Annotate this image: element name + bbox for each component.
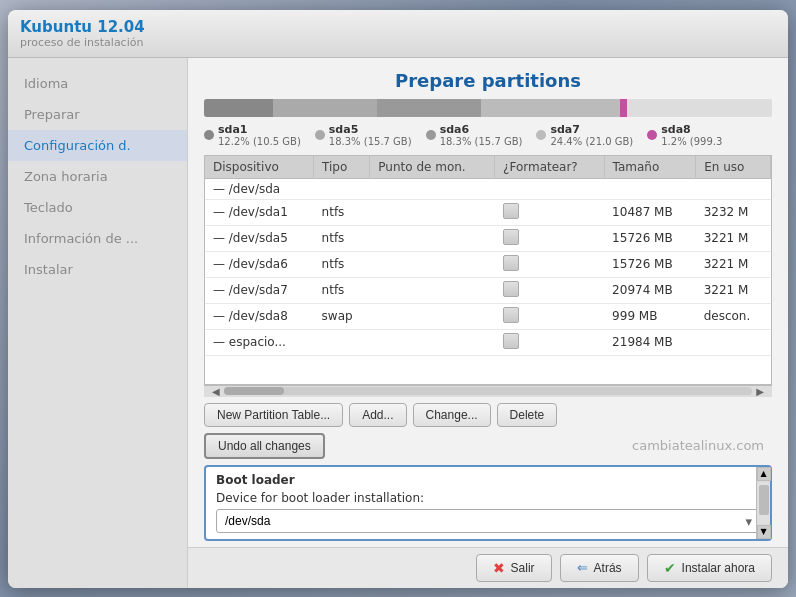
col-tipo: Tipo bbox=[314, 156, 370, 179]
atras-button[interactable]: ⇐ Atrás bbox=[560, 554, 639, 582]
cell-type bbox=[314, 329, 370, 355]
bootloader-device-select[interactable]: /dev/sda bbox=[216, 509, 760, 533]
dot-sda5 bbox=[315, 130, 325, 140]
scroll-track-v[interactable] bbox=[758, 483, 770, 523]
table-row[interactable]: — /dev/sda7ntfs20974 MB3221 M bbox=[205, 277, 771, 303]
cell-size bbox=[604, 178, 696, 199]
partition-table-container[interactable]: Dispositivo Tipo Punto de mon. ¿Formatea… bbox=[204, 155, 772, 385]
watermark-text: cambiatealinux.com bbox=[331, 438, 772, 453]
sidebar-item-teclado[interactable]: Teclado bbox=[8, 192, 187, 223]
cell-used: 3221 M bbox=[696, 225, 771, 251]
label-sda8: sda8 1.2% (999.3 bbox=[647, 123, 722, 147]
main-content: Prepare partitions sda1 bbox=[188, 58, 788, 588]
format-checkbox[interactable] bbox=[503, 203, 519, 219]
sidebar-item-zona[interactable]: Zona horaria bbox=[8, 161, 187, 192]
partition-bar bbox=[204, 99, 772, 117]
cell-used: descon. bbox=[696, 303, 771, 329]
sidebar-item-preparar[interactable]: Preparar bbox=[8, 99, 187, 130]
table-row[interactable]: — /dev/sda8swap999 MBdescon. bbox=[205, 303, 771, 329]
atras-icon: ⇐ bbox=[577, 560, 588, 575]
undo-all-button[interactable]: Undo all changes bbox=[204, 433, 325, 459]
cell-used bbox=[696, 178, 771, 199]
cell-size: 15726 MB bbox=[604, 225, 696, 251]
format-checkbox[interactable] bbox=[503, 333, 519, 349]
cell-device: — /dev/sda8 bbox=[205, 303, 314, 329]
cell-mount bbox=[370, 251, 495, 277]
cell-mount bbox=[370, 277, 495, 303]
col-enuso: En uso bbox=[696, 156, 771, 179]
sidebar-item-configuracion[interactable]: Configuración d. bbox=[8, 130, 187, 161]
dot-sda7 bbox=[536, 130, 546, 140]
col-punto: Punto de mon. bbox=[370, 156, 495, 179]
delete-button[interactable]: Delete bbox=[497, 403, 558, 427]
sda8-size: 1.2% (999.3 bbox=[661, 136, 722, 147]
partition-labels: sda1 12.2% (10.5 GB) sda5 18.3% (15.7 GB… bbox=[204, 123, 772, 147]
table-header-row: Dispositivo Tipo Punto de mon. ¿Formatea… bbox=[205, 156, 771, 179]
label-sda6: sda6 18.3% (15.7 GB) bbox=[426, 123, 523, 147]
cell-format bbox=[495, 199, 605, 225]
scroll-thumb-v[interactable] bbox=[759, 485, 769, 515]
format-checkbox[interactable] bbox=[503, 307, 519, 323]
sda5-name: sda5 bbox=[329, 123, 412, 136]
table-row[interactable]: — /dev/sda1ntfs10487 MB3232 M bbox=[205, 199, 771, 225]
sda7-name: sda7 bbox=[550, 123, 633, 136]
sidebar-item-instalar[interactable]: Instalar bbox=[8, 254, 187, 285]
salir-label: Salir bbox=[511, 561, 535, 575]
cell-device: — /dev/sda6 bbox=[205, 251, 314, 277]
sidebar-item-idioma[interactable]: Idioma bbox=[8, 68, 187, 99]
instalar-label: Instalar ahora bbox=[682, 561, 755, 575]
scroll-left-icon[interactable]: ◀ bbox=[208, 386, 224, 397]
label-sda5: sda5 18.3% (15.7 GB) bbox=[315, 123, 412, 147]
app-title: Kubuntu 12.04 bbox=[20, 18, 776, 36]
format-checkbox[interactable] bbox=[503, 229, 519, 245]
partition-segment-free bbox=[627, 99, 772, 117]
action-buttons-row1: New Partition Table... Add... Change... … bbox=[188, 397, 788, 433]
instalar-button[interactable]: ✔ Instalar ahora bbox=[647, 554, 772, 582]
partition-segment-sda1 bbox=[204, 99, 273, 117]
sidebar: Idioma Preparar Configuración d. Zona ho… bbox=[8, 58, 188, 588]
cell-format bbox=[495, 225, 605, 251]
bootloader-scrollbar[interactable]: ▲ ▼ bbox=[756, 467, 770, 539]
salir-button[interactable]: ✖ Salir bbox=[476, 554, 552, 582]
cell-used: 3221 M bbox=[696, 251, 771, 277]
cell-format bbox=[495, 303, 605, 329]
footer-buttons: ✖ Salir ⇐ Atrás ✔ Instalar ahora bbox=[188, 547, 788, 588]
table-row[interactable]: — /dev/sda5ntfs15726 MB3221 M bbox=[205, 225, 771, 251]
scroll-up-btn[interactable]: ▲ bbox=[757, 467, 771, 481]
horizontal-scrollbar[interactable]: ◀ ▶ bbox=[204, 385, 772, 397]
sidebar-item-info[interactable]: Información de ... bbox=[8, 223, 187, 254]
page-header: Prepare partitions bbox=[188, 58, 788, 99]
cell-format bbox=[495, 178, 605, 199]
bootloader-section: Boot loader Device for boot loader insta… bbox=[204, 465, 772, 541]
cell-mount bbox=[370, 199, 495, 225]
cell-size: 21984 MB bbox=[604, 329, 696, 355]
atras-label: Atrás bbox=[594, 561, 622, 575]
content-area: Idioma Preparar Configuración d. Zona ho… bbox=[8, 58, 788, 588]
cell-type bbox=[314, 178, 370, 199]
partition-bar-section: sda1 12.2% (10.5 GB) sda5 18.3% (15.7 GB… bbox=[188, 99, 788, 155]
bootloader-title: Boot loader bbox=[216, 473, 760, 487]
table-row[interactable]: — espacio...21984 MB bbox=[205, 329, 771, 355]
cell-mount bbox=[370, 178, 495, 199]
table-row[interactable]: — /dev/sda bbox=[205, 178, 771, 199]
partition-segment-sda8 bbox=[620, 99, 627, 117]
scrollbar-track[interactable] bbox=[224, 387, 753, 395]
scrollbar-thumb[interactable] bbox=[224, 387, 284, 395]
dot-sda6 bbox=[426, 130, 436, 140]
scroll-right-icon[interactable]: ▶ bbox=[752, 386, 768, 397]
cell-type: ntfs bbox=[314, 225, 370, 251]
new-partition-table-button[interactable]: New Partition Table... bbox=[204, 403, 343, 427]
cell-device: — /dev/sda7 bbox=[205, 277, 314, 303]
format-checkbox[interactable] bbox=[503, 255, 519, 271]
scroll-down-btn[interactable]: ▼ bbox=[757, 525, 771, 539]
instalar-icon: ✔ bbox=[664, 560, 676, 576]
format-checkbox[interactable] bbox=[503, 281, 519, 297]
col-tamano: Tamaño bbox=[604, 156, 696, 179]
page-title: Prepare partitions bbox=[204, 70, 772, 91]
change-button[interactable]: Change... bbox=[413, 403, 491, 427]
salir-icon: ✖ bbox=[493, 560, 505, 576]
partition-segment-sda5 bbox=[273, 99, 377, 117]
add-button[interactable]: Add... bbox=[349, 403, 406, 427]
table-row[interactable]: — /dev/sda6ntfs15726 MB3221 M bbox=[205, 251, 771, 277]
label-sda1: sda1 12.2% (10.5 GB) bbox=[204, 123, 301, 147]
